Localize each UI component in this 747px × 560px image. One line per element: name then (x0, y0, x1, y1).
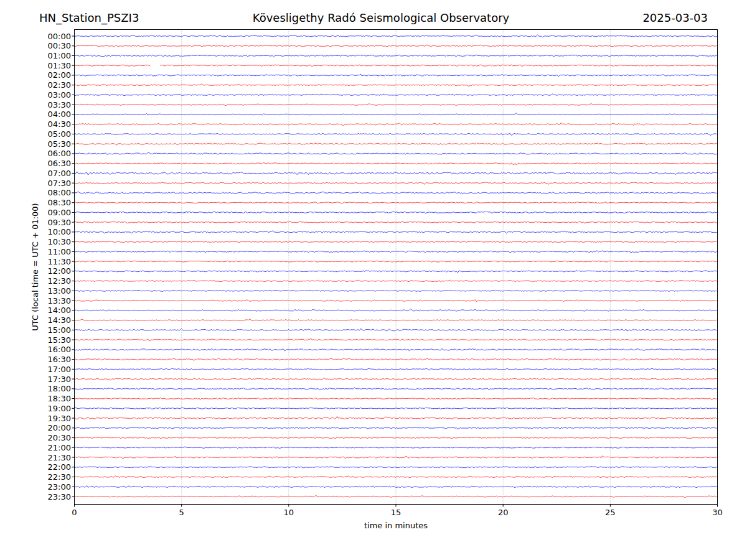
y-tick-label: 19:00 (25, 404, 71, 413)
y-tick-label: 15:30 (25, 335, 71, 345)
trace-row-22:00 (75, 466, 717, 468)
trace-row-17:00 (75, 368, 717, 370)
y-tick-label: 17:00 (25, 365, 71, 374)
y-tick-label: 14:00 (25, 306, 71, 315)
trace-row-23:00 (75, 486, 717, 488)
y-tick-label: 20:00 (25, 423, 71, 432)
y-tick-label: 12:30 (25, 276, 71, 286)
helicorder-figure: HN_Station_PSZI3 Kövesligethy Radó Seism… (0, 0, 747, 560)
y-tick-label: 07:00 (25, 169, 71, 178)
x-tick-label: 15 (380, 508, 411, 517)
y-tick-label: 12:00 (25, 266, 71, 276)
x-tick-label: 30 (702, 508, 733, 517)
trace-row-18:00 (75, 388, 717, 390)
trace-row-14:30 (75, 319, 717, 321)
y-tick-label: 10:00 (25, 227, 71, 236)
trace-row-16:30 (75, 358, 717, 361)
y-tick-label: 18:00 (25, 384, 71, 393)
trace-row-00:00 (75, 35, 717, 37)
y-tick-label: 09:30 (25, 218, 71, 227)
trace-row-09:30 (75, 221, 717, 223)
trace-row-03:00 (75, 94, 717, 96)
y-tick-label: 02:30 (25, 80, 71, 90)
trace-row-01:30 (75, 65, 717, 67)
trace-row-09:00 (75, 211, 717, 213)
plot-area (0, 0, 747, 560)
trace-row-16:00 (75, 349, 717, 352)
y-tick-label: 14:30 (25, 315, 71, 325)
y-tick-label: 16:30 (25, 355, 71, 364)
y-tick-label: 08:30 (25, 198, 71, 207)
trace-row-11:00 (75, 251, 717, 253)
trace-row-01:00 (75, 55, 717, 57)
y-tick-label: 04:00 (25, 110, 71, 119)
trace-row-15:30 (75, 338, 717, 341)
y-tick-label: 00:30 (25, 41, 71, 50)
trace-row-12:00 (75, 271, 717, 273)
trace-row-13:00 (75, 290, 717, 291)
y-tick-label: 17:30 (25, 375, 71, 384)
y-tick-label: 01:30 (25, 61, 71, 70)
y-tick-label: 05:30 (25, 139, 71, 149)
y-tick-label: 23:30 (25, 492, 71, 502)
y-tick-label: 19:30 (25, 414, 71, 423)
trace-row-04:00 (75, 113, 717, 115)
y-tick-label: 06:30 (25, 159, 71, 168)
trace-row-19:00 (75, 408, 717, 409)
y-tick-label: 00:00 (25, 32, 71, 41)
y-tick-label: 18:30 (25, 394, 71, 403)
y-tick-label: 08:00 (25, 188, 71, 197)
y-tick-label: 03:30 (25, 100, 71, 110)
trace-row-03:30 (75, 104, 717, 106)
trace-row-21:30 (75, 456, 717, 459)
trace-row-10:30 (75, 241, 717, 243)
y-tick-label: 03:00 (25, 90, 71, 100)
trace-row-05:00 (75, 133, 717, 135)
y-tick-label: 22:00 (25, 462, 71, 472)
trace-row-19:30 (75, 416, 717, 419)
trace-row-11:30 (75, 261, 717, 263)
trace-row-08:00 (75, 192, 717, 194)
trace-row-21:00 (75, 447, 717, 449)
trace-row-00:30 (75, 45, 717, 47)
y-tick-label: 22:30 (25, 472, 71, 482)
y-tick-label: 05:00 (25, 129, 71, 139)
trace-row-04:30 (75, 123, 717, 126)
y-tick-label: 02:00 (25, 70, 71, 80)
y-tick-label: 13:00 (25, 286, 71, 296)
y-tick-label: 21:00 (25, 443, 71, 452)
trace-row-05:30 (75, 143, 717, 145)
y-tick-label: 06:00 (25, 149, 71, 158)
trace-row-06:30 (75, 162, 717, 165)
x-tick-label: 0 (59, 508, 90, 517)
trace-row-20:00 (75, 427, 717, 429)
y-tick-label: 10:30 (25, 237, 71, 246)
y-tick-label: 23:00 (25, 482, 71, 492)
y-tick-label: 15:00 (25, 325, 71, 335)
trace-row-02:30 (75, 84, 717, 86)
trace-row-13:30 (75, 300, 717, 302)
x-tick-label: 10 (273, 508, 304, 517)
trace-row-07:00 (75, 172, 717, 175)
x-axis-label: time in minutes (74, 521, 718, 530)
trace-row-14:00 (75, 309, 717, 311)
trace-row-08:30 (75, 202, 717, 203)
trace-row-07:30 (75, 182, 717, 185)
trace-row-23:30 (75, 495, 717, 498)
trace-row-10:00 (75, 231, 717, 233)
y-tick-label: 04:30 (25, 119, 71, 129)
y-tick-label: 16:00 (25, 345, 71, 354)
trace-row-17:30 (75, 378, 717, 380)
trace-row-18:30 (75, 398, 717, 399)
y-tick-label: 11:00 (25, 247, 71, 256)
x-tick-label: 25 (594, 508, 626, 517)
trace-row-20:30 (75, 437, 717, 439)
x-tick-label: 20 (487, 508, 519, 517)
y-tick-label: 07:30 (25, 179, 71, 188)
trace-row-15:00 (75, 329, 717, 331)
y-tick-label: 21:30 (25, 453, 71, 462)
y-tick-label: 09:00 (25, 208, 71, 217)
y-tick-label: 01:00 (25, 51, 71, 60)
y-tick-label: 11:30 (25, 257, 71, 266)
trace-row-02:00 (75, 74, 717, 77)
